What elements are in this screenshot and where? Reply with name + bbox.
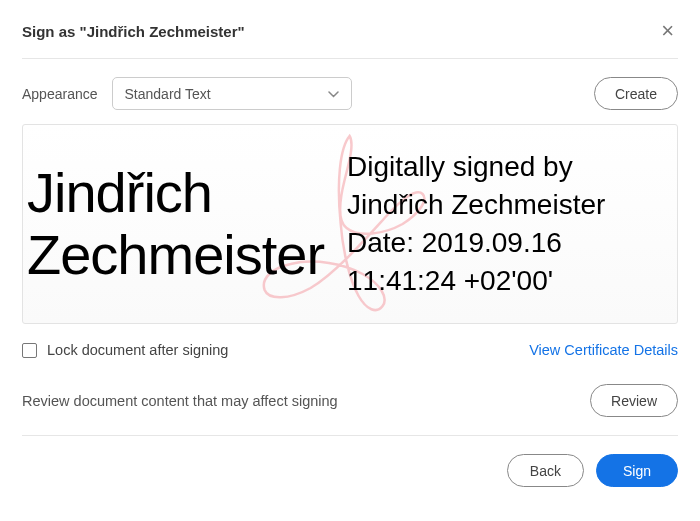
lock-row: Lock document after signing View Certifi… xyxy=(22,324,678,368)
sign-button[interactable]: Sign xyxy=(596,454,678,487)
signature-detail-line3: Date: 2019.09.16 xyxy=(347,224,667,262)
signature-detail-line2: Jindřich Zechmeister xyxy=(347,186,667,224)
dialog-header: Sign as "Jindřich Zechmeister" × xyxy=(22,20,678,59)
signature-detail-line4: 11:41:24 +02'00' xyxy=(347,262,667,300)
back-button[interactable]: Back xyxy=(507,454,584,487)
lock-checkbox-wrap[interactable]: Lock document after signing xyxy=(22,342,228,358)
appearance-left: Appearance Standard Text xyxy=(22,77,352,110)
review-text: Review document content that may affect … xyxy=(22,393,338,409)
appearance-dropdown[interactable]: Standard Text xyxy=(112,77,352,110)
lock-checkbox[interactable] xyxy=(22,343,37,358)
review-row: Review document content that may affect … xyxy=(22,368,678,436)
review-button[interactable]: Review xyxy=(590,384,678,417)
signature-name: Jindřich Zechmeister xyxy=(23,162,347,285)
signature-details: Digitally signed by Jindřich Zechmeister… xyxy=(347,148,677,299)
signature-detail-line1: Digitally signed by xyxy=(347,148,667,186)
sign-dialog: Sign as "Jindřich Zechmeister" × Appeara… xyxy=(0,0,700,507)
appearance-row: Appearance Standard Text Create xyxy=(22,59,678,124)
dialog-footer: Back Sign xyxy=(22,436,678,487)
chevron-down-icon xyxy=(328,87,339,101)
close-icon[interactable]: × xyxy=(657,20,678,42)
signature-name-line2: Zechmeister xyxy=(27,224,347,286)
create-button[interactable]: Create xyxy=(594,77,678,110)
appearance-selected: Standard Text xyxy=(125,86,211,102)
view-certificate-link[interactable]: View Certificate Details xyxy=(529,342,678,358)
signature-name-line1: Jindřich xyxy=(27,162,347,224)
signature-preview: Jindřich Zechmeister Digitally signed by… xyxy=(22,124,678,324)
dialog-title: Sign as "Jindřich Zechmeister" xyxy=(22,23,245,40)
appearance-label: Appearance xyxy=(22,86,98,102)
lock-label: Lock document after signing xyxy=(47,342,228,358)
